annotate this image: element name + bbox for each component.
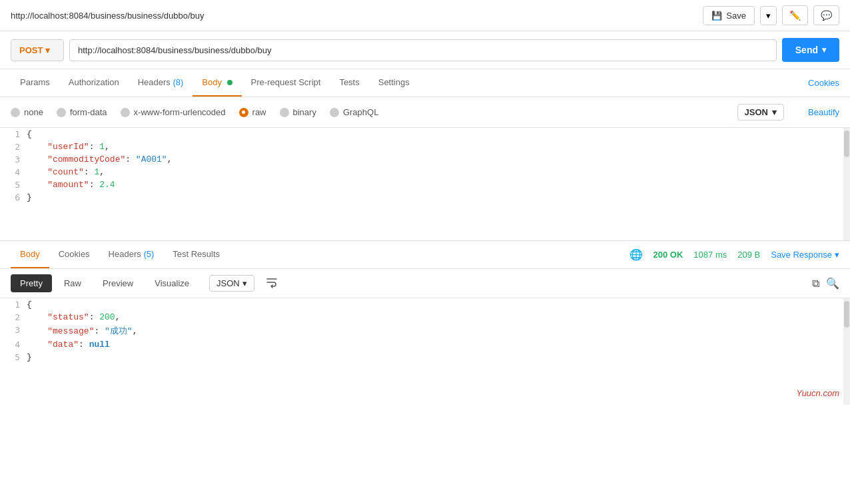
format-tab-preview[interactable]: Preview [93, 274, 143, 292]
save-chevron-button[interactable]: ▾ [760, 6, 777, 25]
save-button[interactable]: 💾 Save [703, 6, 755, 25]
resp-json-chevron-icon: ▾ [242, 278, 247, 288]
table-row: 4 "data": null [0, 338, 850, 351]
status-size-label: 209 B [737, 250, 760, 260]
resp-line-content-2[interactable]: "status": 200, [27, 311, 850, 324]
line-content-3[interactable]: "commodityCode": "A001", [27, 153, 850, 166]
top-bar: http://localhost:8084/business/business/… [0, 0, 850, 31]
response-icons: ⧉ 🔍 [812, 277, 839, 290]
top-bar-actions: 💾 Save ▾ ✏️ 💬 [703, 5, 839, 25]
line-content-1[interactable]: { [27, 128, 850, 140]
response-code-table: 1 { 2 "status": 200, 3 "message": "成功", … [0, 298, 850, 364]
resp-tab-test-results[interactable]: Test Results [163, 241, 229, 268]
radio-form-data-dot [57, 108, 66, 117]
line-num-1: 1 [0, 128, 27, 140]
tab-tests[interactable]: Tests [330, 69, 368, 97]
tab-headers[interactable]: Headers (8) [129, 69, 193, 97]
edit-icon-button[interactable]: ✏️ [782, 5, 808, 25]
radio-binary[interactable]: binary [280, 107, 316, 117]
resp-line-content-4[interactable]: "data": null [27, 338, 850, 351]
resp-line-num-2: 2 [0, 311, 27, 324]
globe-icon: 🌐 [630, 248, 643, 261]
table-row: 2 "userId": 1, [0, 140, 850, 153]
radio-graphql[interactable]: GraphQL [330, 107, 378, 117]
body-active-dot [227, 80, 232, 85]
format-tab-visualize[interactable]: Visualize [145, 274, 199, 292]
resp-tab-headers[interactable]: Headers (5) [99, 241, 164, 268]
send-chevron-icon: ▾ [822, 45, 826, 55]
table-row: 6 } [0, 191, 850, 204]
watermark: Yuucn.com [796, 388, 839, 398]
resp-line-num-5: 5 [0, 351, 27, 364]
tab-settings[interactable]: Settings [369, 69, 419, 97]
table-row: 4 "count": 1, [0, 166, 850, 178]
resp-json-format-select[interactable]: JSON ▾ [209, 275, 254, 292]
resp-line-num-1: 1 [0, 298, 27, 311]
line-content-4[interactable]: "count": 1, [27, 166, 850, 178]
comment-icon-button[interactable]: 💬 [813, 5, 839, 25]
table-row: 2 "status": 200, [0, 311, 850, 324]
radio-binary-dot [280, 108, 289, 117]
resp-line-content-1[interactable]: { [27, 298, 850, 311]
save-label: Save [726, 11, 746, 21]
url-input[interactable] [69, 39, 777, 61]
response-scrollbar-thumb [844, 301, 849, 328]
radio-urlencoded[interactable]: x-www-form-urlencoded [121, 107, 226, 117]
save-response-button[interactable]: Save Response ▾ [771, 250, 839, 260]
line-num-6: 6 [0, 191, 27, 204]
method-chevron-icon: ▾ [45, 45, 50, 55]
status-time-label: 1087 ms [693, 250, 727, 260]
response-code-area: 1 { 2 "status": 200, 3 "message": "成功", … [0, 298, 850, 405]
tab-cookies[interactable]: Cookies [808, 70, 839, 96]
radio-raw-dot [239, 108, 248, 117]
request-code-area: 1 { 2 "userId": 1, 3 "commodityCode": "A… [0, 128, 850, 241]
format-tab-pretty[interactable]: Pretty [11, 274, 52, 292]
radio-raw[interactable]: raw [239, 107, 266, 117]
resp-tab-cookies[interactable]: Cookies [49, 241, 99, 268]
body-type-bar: none form-data x-www-form-urlencoded raw… [0, 97, 850, 128]
radio-urlencoded-dot [121, 108, 130, 117]
method-label: POST [19, 45, 43, 55]
response-format-bar: Pretty Raw Preview Visualize JSON ▾ ⧉ 🔍 [0, 269, 850, 298]
method-select[interactable]: POST ▾ [11, 39, 64, 61]
resp-tab-body[interactable]: Body [11, 241, 49, 268]
send-button[interactable]: Send ▾ [782, 38, 839, 62]
line-num-4: 4 [0, 166, 27, 178]
request-tabs: Params Authorization Headers (8) Body Pr… [0, 69, 850, 97]
beautify-button[interactable]: Beautify [808, 107, 839, 117]
json-chevron-icon: ▾ [772, 107, 777, 117]
send-label: Send [795, 45, 818, 55]
resp-line-num-4: 4 [0, 338, 27, 351]
radio-form-data[interactable]: form-data [57, 107, 107, 117]
save-response-chevron-icon: ▾ [835, 250, 839, 260]
wrap-icon[interactable] [265, 276, 278, 291]
resp-line-content-3[interactable]: "message": "成功", [27, 324, 850, 338]
line-num-2: 2 [0, 140, 27, 153]
response-scrollbar[interactable] [843, 298, 850, 405]
line-content-2[interactable]: "userId": 1, [27, 140, 850, 153]
request-scrollbar[interactable] [843, 128, 850, 240]
table-row: 3 "message": "成功", [0, 324, 850, 338]
tab-body[interactable]: Body [193, 69, 241, 97]
request-code-table: 1 { 2 "userId": 1, 3 "commodityCode": "A… [0, 128, 850, 204]
url-bar: POST ▾ Send ▾ [0, 31, 850, 69]
table-row: 5 } [0, 351, 850, 364]
resp-line-content-5[interactable]: } [27, 351, 850, 364]
table-row: 1 { [0, 128, 850, 140]
top-bar-url: http://localhost:8084/business/business/… [11, 11, 205, 21]
json-format-select[interactable]: JSON ▾ [737, 104, 784, 121]
response-tabs-bar: Body Cookies Headers (5) Test Results 🌐 … [0, 241, 850, 269]
format-tab-raw[interactable]: Raw [55, 274, 91, 292]
radio-none-dot [11, 108, 20, 117]
line-content-5[interactable]: "amount": 2.4 [27, 178, 850, 191]
search-icon-button[interactable]: 🔍 [826, 277, 839, 290]
tab-pre-request-script[interactable]: Pre-request Script [242, 69, 330, 97]
line-content-6[interactable]: } [27, 191, 850, 204]
status-ok-label: 200 OK [653, 250, 683, 260]
radio-none[interactable]: none [11, 107, 43, 117]
tab-params[interactable]: Params [11, 69, 59, 97]
table-row: 1 { [0, 298, 850, 311]
request-scrollbar-thumb [844, 130, 849, 157]
copy-icon-button[interactable]: ⧉ [812, 278, 819, 290]
tab-authorization[interactable]: Authorization [59, 69, 129, 97]
